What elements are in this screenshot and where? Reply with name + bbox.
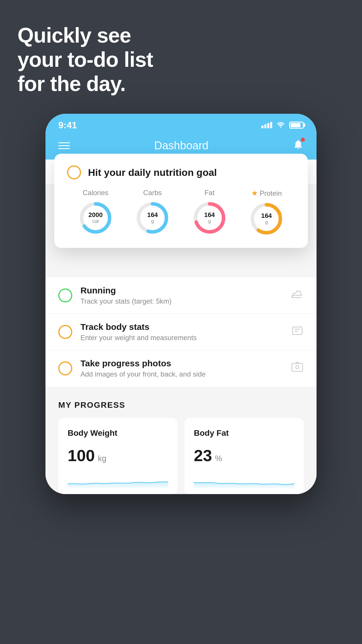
- todo-item-photos[interactable]: Take progress photos Add images of your …: [45, 350, 317, 386]
- calories-donut: 2000 cal: [78, 200, 113, 235]
- protein-label-row: ★ Protein: [251, 189, 282, 198]
- fat-value-text: 164 g: [204, 211, 215, 224]
- carbs-label: Carbs: [143, 189, 162, 197]
- photos-text: Take progress photos Add images of your …: [80, 358, 286, 378]
- hamburger-menu[interactable]: [58, 142, 70, 149]
- running-title: Running: [80, 286, 286, 295]
- shoe-icon: [291, 288, 304, 303]
- hamburger-line: [58, 145, 70, 146]
- svg-rect-9: [292, 363, 303, 372]
- phone: 9:41: [45, 114, 317, 494]
- body-stats-subtitle: Enter your weight and measurements: [80, 334, 286, 342]
- scale-icon: [291, 324, 304, 340]
- hero-line1: Quickly see: [17, 23, 153, 48]
- protein-donut: 164 g: [249, 201, 284, 236]
- carbs-value-text: 164 g: [147, 211, 158, 224]
- wifi-icon: [276, 120, 285, 130]
- progress-grid: Body Weight 100 kg: [58, 418, 304, 494]
- progress-section: MY PROGRESS Body Weight 100 kg: [45, 386, 317, 494]
- calories-value-text: 2000 cal: [88, 211, 103, 224]
- body-fat-value-row: 23 %: [194, 446, 294, 465]
- body-fat-value: 23: [194, 446, 212, 465]
- nutrition-fat: Fat 164 g: [192, 189, 227, 235]
- todo-item-running[interactable]: Running Track your stats (target: 5km): [45, 277, 317, 314]
- body-fat-chart: [194, 471, 294, 488]
- body-weight-title: Body Weight: [68, 428, 168, 438]
- notification-dot: [301, 138, 305, 142]
- phone-wrapper: 9:41: [45, 114, 317, 494]
- body-fat-title: Body Fat: [194, 428, 294, 438]
- carbs-donut: 164 g: [135, 200, 170, 235]
- nutrition-calories: Calories 2000 cal: [78, 189, 113, 235]
- body-weight-card: Body Weight 100 kg: [58, 418, 178, 494]
- status-bar: 9:41: [45, 114, 317, 134]
- hamburger-line: [58, 142, 70, 143]
- nutrition-card: Hit your daily nutrition goal Calories: [54, 154, 308, 248]
- hero-line2: your to-do list: [17, 48, 153, 72]
- calories-label: Calories: [83, 189, 108, 197]
- todo-item-body-stats[interactable]: Track body stats Enter your weight and m…: [45, 314, 317, 350]
- body-stats-title: Track body stats: [80, 322, 286, 332]
- nutrition-carbs: Carbs 164 g: [135, 189, 170, 235]
- notification-bell-icon[interactable]: [293, 139, 304, 153]
- photos-checkbox[interactable]: [58, 361, 72, 375]
- body-stats-text: Track body stats Enter your weight and m…: [80, 322, 286, 342]
- svg-point-10: [296, 365, 299, 369]
- body-fat-unit: %: [215, 454, 222, 463]
- nutrition-grid: Calories 2000 cal: [67, 189, 295, 236]
- running-subtitle: Track your stats (target: 5km): [80, 297, 286, 305]
- main-content: THINGS TO DO TODAY Hit your daily nutrit…: [45, 160, 317, 494]
- photos-subtitle: Add images of your front, back, and side: [80, 370, 286, 378]
- battery-icon: [289, 122, 304, 129]
- fat-donut: 164 g: [192, 200, 227, 235]
- photos-title: Take progress photos: [80, 358, 286, 368]
- protein-label: Protein: [260, 189, 282, 197]
- body-weight-chart: [68, 471, 168, 488]
- signal-icon: [261, 122, 272, 128]
- hero-line3: for the day.: [17, 72, 153, 96]
- body-weight-value: 100: [68, 446, 95, 465]
- nutrition-checkbox[interactable]: [67, 165, 81, 179]
- hamburger-line: [58, 148, 70, 149]
- body-fat-card: Body Fat 23 %: [184, 418, 304, 494]
- status-time: 9:41: [58, 120, 77, 131]
- running-checkbox[interactable]: [58, 288, 72, 302]
- body-weight-value-row: 100 kg: [68, 446, 168, 465]
- nutrition-card-title: Hit your daily nutrition goal: [88, 167, 217, 178]
- nutrition-protein: ★ Protein 164 g: [249, 189, 284, 236]
- body-stats-checkbox[interactable]: [58, 325, 72, 339]
- todo-section: Running Track your stats (target: 5km): [45, 277, 317, 386]
- progress-header: MY PROGRESS: [58, 400, 304, 410]
- status-icons: [261, 120, 304, 130]
- protein-value-text: 164 g: [261, 212, 272, 225]
- nav-title: Dashboard: [154, 139, 208, 152]
- card-header: Hit your daily nutrition goal: [67, 165, 295, 179]
- photo-icon: [291, 361, 304, 376]
- running-text: Running Track your stats (target: 5km): [80, 286, 286, 305]
- star-icon: ★: [251, 189, 258, 198]
- hero-text: Quickly see your to-do list for the day.: [17, 23, 153, 96]
- fat-label: Fat: [204, 189, 215, 197]
- body-weight-unit: kg: [98, 454, 106, 463]
- svg-rect-8: [293, 327, 302, 335]
